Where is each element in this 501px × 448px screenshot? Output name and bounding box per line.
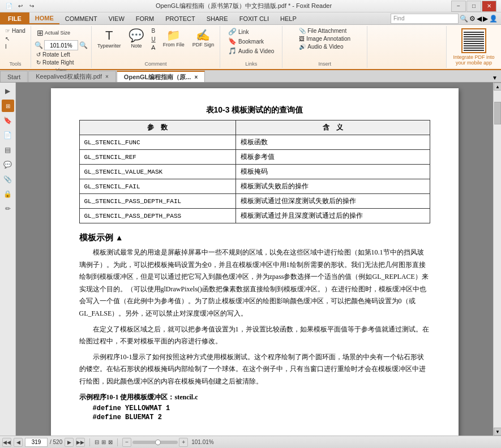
- table-cell-meaning: 模板测试失败后的操作: [236, 179, 430, 194]
- select-tool-button[interactable]: ↖: [3, 35, 27, 42]
- undo-icon[interactable]: ↩: [16, 2, 25, 11]
- menu-bar: FILE HOME COMMENT VIEW FORM PROTECT SHAR…: [0, 12, 501, 25]
- settings-icon[interactable]: ⚙: [469, 15, 476, 23]
- hand-tool-button[interactable]: ☞ Hand: [3, 27, 27, 35]
- tab-keepalived[interactable]: Keepalived权威指南.pdf ×: [28, 71, 116, 82]
- next-page-button[interactable]: ▶: [65, 438, 74, 447]
- sidebar-attachments-button[interactable]: 📎: [2, 173, 14, 186]
- section-title: 模板示例 ▲: [79, 232, 430, 243]
- menu-foxit-cli[interactable]: FOXIT CLI: [234, 12, 275, 24]
- tab-opengl[interactable]: OpenGL编程指南（原... ×: [117, 71, 205, 82]
- from-file-icon: 📁: [166, 28, 181, 42]
- zoom-input[interactable]: [44, 40, 78, 50]
- right-scrollbar[interactable]: ▲ ▼: [493, 83, 501, 436]
- zoom-controls: − + 101.01%: [122, 438, 213, 447]
- table-cell-param: GL_STENCIL_FUNC: [79, 135, 236, 150]
- user-icon[interactable]: 👤: [489, 15, 498, 23]
- scroll-thumb[interactable]: [494, 102, 501, 124]
- last-page-button[interactable]: ▶▶: [76, 438, 85, 447]
- audio-video-link-button[interactable]: 🎵 Audio & Video: [226, 46, 276, 55]
- status-separator-1: [89, 438, 90, 446]
- tab-more-button[interactable]: ▼: [489, 74, 501, 82]
- zoom-slider[interactable]: [132, 441, 178, 444]
- text-select-button[interactable]: I: [3, 43, 27, 50]
- zoom-in-button[interactable]: +: [179, 438, 188, 447]
- table-title: 表10-3 模板测试的的查询值: [79, 105, 430, 115]
- audio-video-icon: 🎵: [228, 47, 237, 55]
- menu-home[interactable]: HOME: [29, 12, 59, 24]
- strikethrough-button[interactable]: A: [149, 44, 157, 51]
- menu-comment[interactable]: COMMENT: [59, 12, 103, 24]
- nav-forward-icon[interactable]: ▶: [483, 15, 488, 23]
- image-annotation-icon: 🖼: [299, 36, 305, 42]
- page-number-input[interactable]: [25, 438, 48, 447]
- sidebar-pages-button[interactable]: 📄: [2, 129, 14, 141]
- file-attachment-button[interactable]: 📎 File Attachment: [297, 27, 352, 35]
- actual-size-button[interactable]: ⊞ Actual Size: [35, 27, 72, 38]
- rotate-right-button[interactable]: ↻ Rotate Right: [35, 59, 88, 66]
- menu-share[interactable]: SHARE: [201, 12, 234, 24]
- sidebar-pen-button[interactable]: ✏: [2, 203, 14, 215]
- redo-icon[interactable]: ↪: [27, 2, 36, 11]
- sidebar-bookmarks-button[interactable]: 🔖: [2, 114, 14, 127]
- zoom-out-icon[interactable]: 🔍: [35, 41, 43, 49]
- title-bar-left: 📄 ↩ ↪: [5, 2, 36, 11]
- table-cell-meaning: 模板测试通过并且深度测试通过后的操作: [236, 209, 430, 223]
- first-page-button[interactable]: ◀◀: [2, 438, 11, 447]
- bookmark-button[interactable]: 🔖 Bookmark: [226, 37, 276, 46]
- promo-text: Integrate PDF into your mobile app: [451, 54, 496, 66]
- cursor-icon: ↖: [5, 36, 10, 42]
- tab-bar: Start Keepalived权威指南.pdf × OpenGL编程指南（原.…: [0, 70, 501, 83]
- pdf-sign-button[interactable]: ✍ PDF Sign: [190, 27, 217, 49]
- paragraph: 示例程序10-1显示了如何按照这种方式使用模板测试。这个程序绘制了两个圆环面，场…: [79, 351, 430, 388]
- sidebar-comments-button[interactable]: 💬: [2, 158, 14, 171]
- bold-button[interactable]: B: [149, 27, 157, 35]
- rotate-left-button[interactable]: ↺ Rotate Left: [35, 51, 88, 58]
- image-annotation-button[interactable]: 🖼 Image Annotation: [297, 35, 352, 42]
- menu-file[interactable]: FILE: [0, 12, 29, 24]
- menu-help[interactable]: HELP: [275, 12, 302, 24]
- prev-page-button[interactable]: ◀: [14, 438, 23, 447]
- zoom-in-icon[interactable]: 🔍: [79, 41, 88, 49]
- search-box[interactable]: Find: [391, 14, 459, 24]
- audio-video-insert-button[interactable]: 🔊 Audio & Video: [297, 43, 352, 50]
- menu-form[interactable]: FORM: [130, 12, 160, 24]
- table-cell-meaning: 模板函数: [236, 135, 430, 150]
- window-controls: − □ ✕: [451, 1, 496, 12]
- tab-opengl-close[interactable]: ×: [194, 74, 198, 80]
- sidebar-navigate-button[interactable]: ▶: [2, 85, 14, 97]
- zoom-out-button[interactable]: −: [122, 438, 131, 447]
- nav-back-icon[interactable]: ◀: [477, 15, 482, 23]
- view-icon-1[interactable]: ⊟: [95, 439, 99, 445]
- table-row: GL_STENCIL_FUNC模板函数: [79, 135, 430, 150]
- sidebar-layers-button[interactable]: ▤: [2, 144, 14, 156]
- tab-start-label: Start: [7, 74, 20, 80]
- link-button[interactable]: 🔗 Link: [226, 27, 276, 36]
- sidebar-lock-button[interactable]: 🔒: [2, 188, 14, 200]
- menu-view[interactable]: VIEW: [103, 12, 130, 24]
- status-separator-2: [117, 438, 118, 446]
- find-label: Find: [393, 15, 404, 21]
- underline-icon: U: [151, 36, 155, 42]
- paragraph: 模板测试最常见的用途是屏蔽掉屏幕中一些不规则的区域，以免在这些区域中进行绘图（如…: [79, 247, 430, 320]
- view-icon-2[interactable]: ⊞: [101, 439, 106, 445]
- search-icon[interactable]: 🔍: [460, 15, 468, 23]
- sidebar-qr-button[interactable]: ⊞: [2, 100, 14, 112]
- tab-opengl-label: OpenGL编程指南（原...: [124, 73, 191, 81]
- scroll-up-button[interactable]: ▲: [494, 83, 501, 91]
- tab-keepalived-close[interactable]: ×: [105, 74, 109, 80]
- scroll-track[interactable]: [494, 91, 501, 428]
- underline-button[interactable]: U: [149, 36, 157, 43]
- note-button[interactable]: 💬 Note: [126, 27, 146, 50]
- table-header-param: 参 数: [79, 120, 236, 135]
- view-icon-3[interactable]: ⊠: [108, 439, 113, 445]
- maximize-button[interactable]: □: [466, 1, 481, 12]
- menu-protect[interactable]: PROTECT: [160, 12, 201, 24]
- from-file-button[interactable]: 📁 From File: [161, 27, 187, 49]
- minimize-button[interactable]: −: [451, 1, 466, 12]
- typewriter-button[interactable]: T Typewriter: [95, 27, 123, 50]
- scroll-down-button[interactable]: ▼: [494, 428, 501, 436]
- close-button[interactable]: ✕: [482, 1, 496, 12]
- code-line: #define YELLOWMAT 1: [93, 404, 430, 412]
- tab-start[interactable]: Start: [0, 71, 28, 82]
